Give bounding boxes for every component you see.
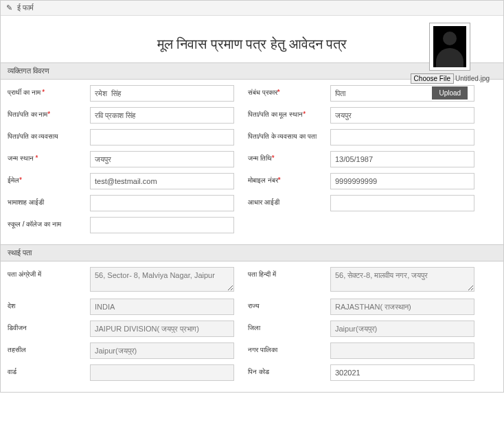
page-title: मूल निवास प्रमाण पत्र हेतु आवेदन पत्र xyxy=(157,36,347,52)
applicant-name-input[interactable] xyxy=(90,85,234,102)
label-birth-place: जन्म स्थान xyxy=(8,154,34,162)
father-husband-occupation-input[interactable] xyxy=(90,129,234,145)
eform-panel: ✎ ई फार्म मूल निवास प्रमाण पत्र हेतु आवे… xyxy=(0,0,504,393)
aadhar-input[interactable] xyxy=(330,195,474,211)
required-mark: * xyxy=(36,154,38,162)
label-division: डिवीजन xyxy=(8,324,27,331)
panel-title: ई फार्म xyxy=(17,3,34,12)
father-husband-occ-address-input[interactable] xyxy=(330,129,474,145)
label-father-husband-native: पिता/पति का मूल स्थान xyxy=(248,110,303,118)
chosen-file-name: Untitled.jpg xyxy=(455,75,490,82)
label-mobile: मोबाइल नंबर xyxy=(248,176,278,184)
photo-upload-block: Choose FileUntitled.jpg Upload xyxy=(411,23,490,100)
person-silhouette-icon xyxy=(433,26,466,67)
required-mark: * xyxy=(277,89,280,96)
required-mark: * xyxy=(19,176,22,184)
ward-select[interactable] xyxy=(90,364,234,381)
required-mark: * xyxy=(278,176,281,184)
label-district: जिला xyxy=(248,324,260,331)
label-address-en: पता अंग्रेजी में xyxy=(8,270,41,278)
address-en-input[interactable]: 56, Sector- 8, Malviya Nagar, Jaipur xyxy=(90,267,234,292)
label-applicant-name: प्रार्थी का नाम xyxy=(8,89,41,96)
upload-button[interactable]: Upload xyxy=(432,86,468,100)
label-municipality: नगर पालिका xyxy=(248,346,277,353)
country-select[interactable]: INDIA xyxy=(90,299,234,315)
father-husband-native-input[interactable] xyxy=(330,107,474,124)
label-state: राज्य xyxy=(248,302,260,310)
birth-place-input[interactable] xyxy=(90,151,234,167)
address-form: पता अंग्रेजी में 56, Sector- 8, Malviya … xyxy=(1,261,503,392)
panel-header: ✎ ई फार्म xyxy=(1,1,503,16)
required-mark: * xyxy=(272,154,275,162)
school-college-input[interactable] xyxy=(90,217,234,233)
address-hi-input[interactable]: 56, सेक्टर-8, मालवीय नगर, जयपुर xyxy=(330,267,474,292)
choose-file-button[interactable]: Choose File xyxy=(411,73,454,84)
required-mark: * xyxy=(47,110,50,118)
label-father-husband-occ-address: पिता/पति के व्यवसाय का पता xyxy=(248,132,317,140)
label-tehsil: तहसील xyxy=(8,346,26,353)
label-address-hi: पता हिन्दी में xyxy=(248,270,276,278)
label-aadhar: आधार आईडी xyxy=(248,198,279,206)
section-address-header: स्थाई पता xyxy=(1,244,503,261)
district-select[interactable]: Jaipur(जयपुर) xyxy=(330,321,474,337)
state-select[interactable]: RAJASTHAN( राजस्थान) xyxy=(330,299,474,315)
label-pincode: पिन कोड xyxy=(248,368,269,375)
birth-date-input[interactable] xyxy=(330,151,474,167)
bhamashah-input[interactable] xyxy=(90,195,234,211)
label-ward: वार्ड xyxy=(8,368,16,375)
label-father-husband-occupation: पिता/पति का व्यवसाय xyxy=(8,132,58,140)
municipality-select[interactable] xyxy=(330,342,474,359)
mobile-input[interactable] xyxy=(330,173,474,189)
label-country: देश xyxy=(8,302,15,310)
label-bhamashah: भामाशाह आईडी xyxy=(8,198,44,206)
file-chooser-row: Choose FileUntitled.jpg xyxy=(411,73,490,84)
title-area: मूल निवास प्रमाण पत्र हेतु आवेदन पत्र Ch… xyxy=(1,16,503,62)
label-school-college: स्कूल / कॉलेज का नाम xyxy=(8,220,61,228)
personal-form: प्रार्थी का नाम * संबंध प्रकार* पिता पित… xyxy=(1,80,503,244)
required-mark: * xyxy=(303,110,306,118)
photo-preview xyxy=(429,23,470,71)
pincode-input[interactable] xyxy=(330,364,474,381)
division-select[interactable]: JAIPUR DIVISION( जयपुर प्रभाग) xyxy=(90,321,234,337)
father-husband-name-input[interactable] xyxy=(90,107,234,124)
required-mark: * xyxy=(42,89,45,96)
label-relation-type: संबंध प्रकार xyxy=(248,89,277,96)
label-birth-date: जन्म तिथि xyxy=(248,154,272,162)
label-father-husband-name: पिता/पति का नाम xyxy=(8,110,47,118)
label-email: ईमेल xyxy=(8,176,19,184)
tehsil-select[interactable]: Jaipur(जयपुर) xyxy=(90,342,234,359)
email-input[interactable] xyxy=(90,173,234,189)
edit-icon: ✎ xyxy=(6,3,12,12)
